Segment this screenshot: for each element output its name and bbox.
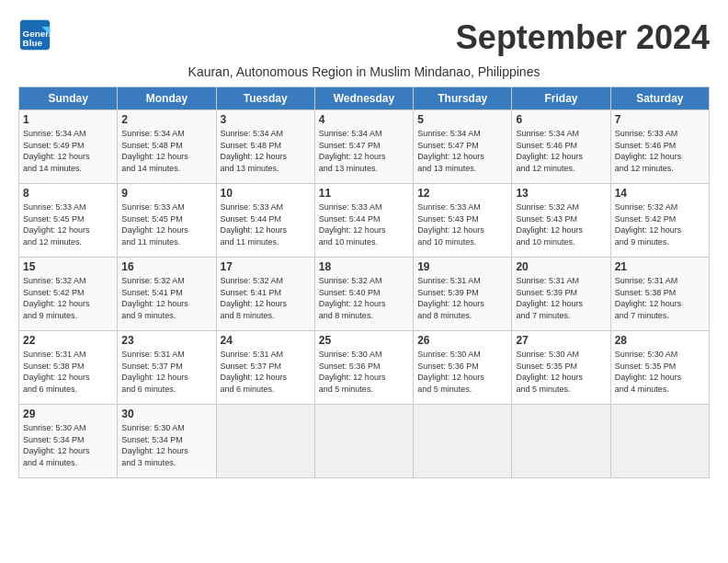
calendar-cell: 26Sunrise: 5:30 AMSunset: 5:36 PMDayligh… — [414, 331, 512, 405]
calendar-cell: 20Sunrise: 5:31 AMSunset: 5:39 PMDayligh… — [512, 258, 610, 331]
calendar-cell: 5Sunrise: 5:34 AMSunset: 5:47 PMDaylight… — [414, 110, 512, 184]
day-info-line: and 5 minutes. — [516, 384, 606, 396]
day-number: 19 — [417, 260, 507, 273]
day-info-line: Daylight: 12 hours — [121, 151, 211, 163]
day-info-line: Sunset: 5:45 PM — [23, 213, 113, 225]
day-info-line: and 12 minutes. — [516, 163, 606, 175]
day-info-line: and 14 minutes. — [23, 163, 113, 175]
day-info-line: Daylight: 12 hours — [319, 151, 409, 163]
day-info-line: Sunrise: 5:32 AM — [516, 201, 606, 213]
day-number: 10 — [221, 187, 311, 200]
day-info-line: Sunset: 5:39 PM — [516, 287, 606, 299]
day-info-line: Sunrise: 5:30 AM — [417, 349, 507, 361]
day-info-line: and 4 minutes. — [615, 384, 705, 396]
day-number: 8 — [23, 187, 113, 200]
calendar-cell: 22Sunrise: 5:31 AMSunset: 5:38 PMDayligh… — [19, 331, 118, 405]
day-info-line: Daylight: 12 hours — [417, 298, 507, 310]
day-info-line: Daylight: 12 hours — [221, 298, 311, 310]
day-info-line: Sunset: 5:35 PM — [615, 361, 705, 373]
day-info-line: and 9 minutes. — [23, 310, 113, 322]
day-info-line: Sunset: 5:48 PM — [121, 140, 211, 152]
col-wednesday: Wednesday — [314, 87, 413, 110]
day-info-line: and 11 minutes. — [121, 236, 211, 248]
day-info-line: Sunrise: 5:30 AM — [516, 349, 606, 361]
day-number: 6 — [516, 113, 606, 126]
day-info-line: Sunset: 5:35 PM — [516, 361, 606, 373]
day-info-line: and 7 minutes. — [615, 310, 705, 322]
calendar-week-5: 29Sunrise: 5:30 AMSunset: 5:34 PMDayligh… — [19, 405, 710, 478]
month-title: September 2024 — [456, 18, 710, 57]
calendar-cell: 2Sunrise: 5:34 AMSunset: 5:48 PMDaylight… — [118, 110, 216, 184]
day-info-line: and 8 minutes. — [221, 310, 311, 322]
day-info-line: Daylight: 12 hours — [615, 298, 705, 310]
header: General Blue September 2024 — [18, 18, 710, 57]
calendar-cell: 24Sunrise: 5:31 AMSunset: 5:37 PMDayligh… — [216, 331, 314, 405]
day-info-line: Sunrise: 5:34 AM — [121, 128, 211, 140]
day-info-line: Sunset: 5:37 PM — [221, 361, 311, 373]
day-info-line: Sunrise: 5:34 AM — [417, 128, 507, 140]
day-info-line: Sunset: 5:45 PM — [121, 213, 211, 225]
calendar-cell: 1Sunrise: 5:34 AMSunset: 5:49 PMDaylight… — [19, 110, 118, 184]
calendar-cell — [216, 405, 314, 478]
svg-text:Blue: Blue — [23, 38, 43, 48]
day-number: 20 — [516, 260, 606, 273]
calendar-cell: 18Sunrise: 5:32 AMSunset: 5:40 PMDayligh… — [314, 258, 413, 331]
calendar-cell — [512, 405, 610, 478]
day-info-line: Sunrise: 5:32 AM — [319, 275, 409, 287]
day-info-line: Sunset: 5:44 PM — [221, 213, 311, 225]
day-info-line: Sunrise: 5:32 AM — [221, 275, 311, 287]
day-info-line: and 10 minutes. — [417, 236, 507, 248]
day-info-line: and 6 minutes. — [23, 384, 113, 396]
calendar-cell: 25Sunrise: 5:30 AMSunset: 5:36 PMDayligh… — [314, 331, 413, 405]
day-info-line: Sunrise: 5:31 AM — [23, 349, 113, 361]
day-info-line: and 3 minutes. — [121, 457, 211, 469]
day-info-line: and 13 minutes. — [221, 163, 311, 175]
calendar-cell: 11Sunrise: 5:33 AMSunset: 5:44 PMDayligh… — [314, 184, 413, 258]
day-info-line: Sunrise: 5:31 AM — [615, 275, 705, 287]
header-row: Sunday Monday Tuesday Wednesday Thursday… — [19, 87, 710, 110]
day-info-line: Daylight: 12 hours — [121, 372, 211, 384]
calendar-cell — [314, 405, 413, 478]
day-info-line: Sunrise: 5:33 AM — [121, 201, 211, 213]
day-info-line: Sunset: 5:38 PM — [23, 361, 113, 373]
day-number: 18 — [319, 260, 409, 273]
calendar-cell: 6Sunrise: 5:34 AMSunset: 5:46 PMDaylight… — [512, 110, 610, 184]
logo: General Blue — [18, 18, 51, 52]
day-info-line: Daylight: 12 hours — [615, 151, 705, 163]
day-number: 7 — [615, 113, 705, 126]
day-number: 15 — [23, 260, 113, 273]
day-number: 11 — [319, 187, 409, 200]
calendar-cell: 17Sunrise: 5:32 AMSunset: 5:41 PMDayligh… — [216, 258, 314, 331]
day-info-line: Sunrise: 5:33 AM — [319, 201, 409, 213]
day-info-line: Sunset: 5:34 PM — [121, 434, 211, 446]
day-number: 29 — [23, 408, 113, 420]
day-info-line: Sunset: 5:41 PM — [121, 287, 211, 299]
calendar-cell: 29Sunrise: 5:30 AMSunset: 5:34 PMDayligh… — [19, 405, 118, 478]
day-info-line: Daylight: 12 hours — [516, 298, 606, 310]
day-info-line: Sunrise: 5:31 AM — [221, 349, 311, 361]
calendar-cell: 10Sunrise: 5:33 AMSunset: 5:44 PMDayligh… — [216, 184, 314, 258]
calendar-cell: 3Sunrise: 5:34 AMSunset: 5:48 PMDaylight… — [216, 110, 314, 184]
col-tuesday: Tuesday — [216, 87, 314, 110]
day-number: 1 — [23, 113, 113, 126]
calendar-cell — [414, 405, 512, 478]
day-number: 9 — [121, 187, 211, 200]
day-info-line: Sunset: 5:37 PM — [121, 361, 211, 373]
day-info-line: and 9 minutes. — [615, 236, 705, 248]
day-info-line: and 6 minutes. — [121, 384, 211, 396]
day-info-line: Sunset: 5:46 PM — [516, 140, 606, 152]
col-monday: Monday — [118, 87, 216, 110]
day-number: 13 — [516, 187, 606, 200]
day-info-line: Sunset: 5:44 PM — [319, 213, 409, 225]
day-info-line: Daylight: 12 hours — [516, 151, 606, 163]
col-saturday: Saturday — [610, 87, 709, 110]
calendar-cell: 14Sunrise: 5:32 AMSunset: 5:42 PMDayligh… — [610, 184, 709, 258]
calendar-cell: 16Sunrise: 5:32 AMSunset: 5:41 PMDayligh… — [118, 258, 216, 331]
day-info-line: Daylight: 12 hours — [516, 372, 606, 384]
day-info-line: and 13 minutes. — [319, 163, 409, 175]
day-info-line: Sunrise: 5:30 AM — [615, 349, 705, 361]
day-info-line: and 12 minutes. — [23, 236, 113, 248]
calendar-week-2: 8Sunrise: 5:33 AMSunset: 5:45 PMDaylight… — [19, 184, 710, 258]
day-info-line: Daylight: 12 hours — [23, 151, 113, 163]
calendar-week-3: 15Sunrise: 5:32 AMSunset: 5:42 PMDayligh… — [19, 258, 710, 331]
